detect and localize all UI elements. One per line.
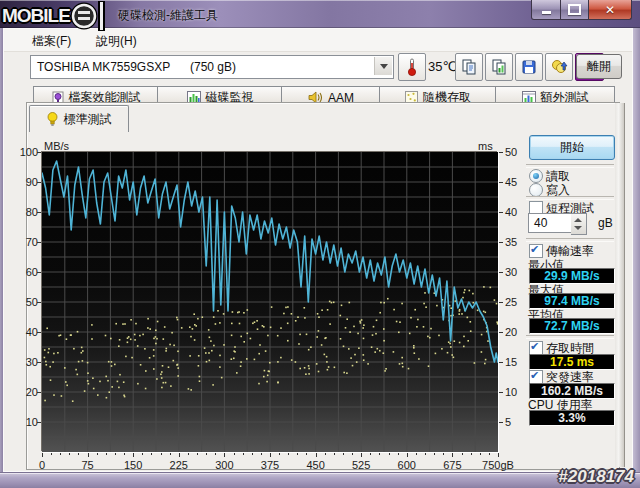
y-left-tick-label: 90 xyxy=(14,176,38,188)
y-right-tick-label: 45 xyxy=(505,176,525,188)
mobile01-logo-icon xyxy=(70,1,108,31)
coins-arrow-icon xyxy=(551,59,568,75)
maximize-button[interactable] xyxy=(561,0,588,20)
separator xyxy=(526,164,614,168)
x-minor-tick xyxy=(416,453,417,455)
y-left-unit: MB/s xyxy=(44,140,69,152)
menu-file[interactable]: 檔案(F) xyxy=(26,32,77,51)
x-minor-tick xyxy=(69,453,70,455)
drive-select-dropdown-button[interactable] xyxy=(374,57,392,75)
y-right-tick-label: 40 xyxy=(505,206,525,218)
x-minor-tick xyxy=(334,453,335,455)
x-minor-tick xyxy=(325,453,326,455)
x-tick-label: 525 xyxy=(343,459,379,471)
y-left-tick xyxy=(37,212,41,213)
y-right-tick-label: 30 xyxy=(505,266,525,278)
x-minor-tick xyxy=(234,453,235,455)
x-minor-tick xyxy=(389,453,390,455)
x-minor-tick xyxy=(343,453,344,455)
x-tick-label: 0 xyxy=(24,459,60,471)
x-minor-tick xyxy=(106,453,107,455)
start-button[interactable]: 開始 xyxy=(529,135,615,160)
x-minor-tick xyxy=(480,453,481,455)
menu-help[interactable]: 說明(H) xyxy=(90,32,143,51)
y-left-tick-label: 30 xyxy=(14,356,38,368)
x-minor-tick xyxy=(379,453,380,455)
exit-button[interactable]: 離開 xyxy=(576,54,622,79)
x-tick-label: 375 xyxy=(252,459,288,471)
y-right-tick xyxy=(499,212,503,213)
close-icon: ✕ xyxy=(605,4,615,16)
x-major-tick xyxy=(316,453,317,457)
copy-image-icon xyxy=(491,59,507,75)
y-right-tick xyxy=(499,392,503,393)
x-tick-label: 75 xyxy=(70,459,106,471)
drive-select[interactable]: TOSHIBA MK7559GSXP (750 gB) xyxy=(30,55,394,79)
x-major-tick xyxy=(224,453,225,457)
x-minor-tick xyxy=(306,453,307,455)
y-left-tick-label: 100 xyxy=(14,146,38,158)
thermometer-icon xyxy=(406,57,418,77)
save-button[interactable] xyxy=(515,53,543,81)
temperature-value: 35℃ xyxy=(428,59,457,74)
y-left-tick-label: 40 xyxy=(14,326,38,338)
x-tick-label: 450 xyxy=(298,459,334,471)
spin-up-icon[interactable] xyxy=(574,218,582,222)
y-left-tick xyxy=(37,152,41,153)
y-right-tick xyxy=(499,362,503,363)
x-major-tick xyxy=(88,453,89,457)
y-right-tick xyxy=(499,152,503,153)
drive-select-value: TOSHIBA MK7559GSXP (750 gB) xyxy=(31,60,236,74)
x-minor-tick xyxy=(434,453,435,455)
mobile01-logo: MOBILE xyxy=(2,1,108,31)
y-left-tick xyxy=(37,302,41,303)
x-minor-tick xyxy=(161,453,162,455)
separator xyxy=(526,335,614,339)
x-minor-tick xyxy=(115,453,116,455)
x-minor-tick xyxy=(78,453,79,455)
x-minor-tick xyxy=(151,453,152,455)
x-minor-tick xyxy=(206,453,207,455)
y-right-unit: ms xyxy=(478,140,493,152)
y-right-tick-label: 15 xyxy=(505,356,525,368)
short-test-size-input[interactable]: 40 xyxy=(528,213,577,233)
tab-standard-test[interactable]: 標準測試 xyxy=(29,105,129,132)
write-radio[interactable] xyxy=(529,183,543,197)
x-minor-tick xyxy=(252,453,253,455)
y-left-tick xyxy=(37,182,41,183)
x-minor-tick xyxy=(243,453,244,455)
x-minor-tick xyxy=(51,453,52,455)
publish-button[interactable] xyxy=(545,53,573,81)
y-right-tick-label: 10 xyxy=(505,386,525,398)
avg-value: 72.7 MB/s xyxy=(529,318,615,334)
y-left-tick-label: 70 xyxy=(14,236,38,248)
burst-rate-checkbox[interactable] xyxy=(529,370,543,384)
maximize-icon xyxy=(568,4,581,15)
x-minor-tick xyxy=(215,453,216,455)
x-minor-tick xyxy=(425,453,426,455)
read-radio[interactable] xyxy=(529,169,543,183)
copy-image-button[interactable] xyxy=(485,53,513,81)
transfer-rate-checkbox[interactable] xyxy=(529,244,543,258)
short-test-size-stepper[interactable] xyxy=(571,213,587,235)
y-right-tick xyxy=(499,182,503,183)
window-left-border xyxy=(0,28,3,472)
x-minor-tick xyxy=(288,453,289,455)
x-tick-label: 675 xyxy=(434,459,470,471)
copy-text-button[interactable] xyxy=(455,53,483,81)
y-right-tick-label: 20 xyxy=(505,326,525,338)
x-minor-tick xyxy=(60,453,61,455)
x-major-tick xyxy=(407,453,408,457)
x-major-tick xyxy=(498,453,499,457)
spin-down-icon[interactable] xyxy=(574,226,582,230)
mobile01-logo-text: MOBILE xyxy=(2,5,70,27)
window-bottom-border xyxy=(0,472,640,488)
close-button[interactable]: ✕ xyxy=(588,0,632,20)
minimize-button[interactable] xyxy=(531,0,561,20)
temperature-button[interactable] xyxy=(398,53,426,81)
x-minor-tick xyxy=(97,453,98,455)
x-minor-tick xyxy=(197,453,198,455)
access-time-checkbox[interactable] xyxy=(529,341,543,355)
y-left-tick-label: 10 xyxy=(14,416,38,428)
y-right-tick xyxy=(499,422,503,423)
